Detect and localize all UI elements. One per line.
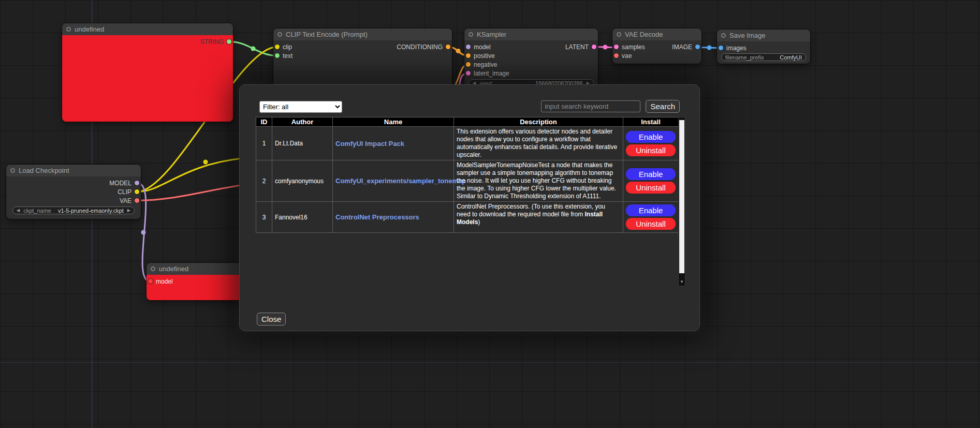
- extension-description: ModelSamplerTonemapNoiseTest a node that…: [454, 160, 623, 202]
- column-header-description: Description: [454, 117, 623, 127]
- input-label: images: [726, 45, 747, 52]
- model-output-slot[interactable]: [135, 181, 139, 185]
- output-label: LATENT: [565, 43, 589, 51]
- images-input-slot[interactable]: [719, 46, 723, 50]
- scrollbar-thumb[interactable]: [679, 120, 684, 273]
- node-header[interactable]: Load Checkpoint: [6, 165, 141, 176]
- link-midpoint-dot: [141, 230, 146, 235]
- extension-link[interactable]: ControlNet Preprocessors: [335, 213, 419, 221]
- output-label: STRING: [200, 38, 224, 46]
- node-collapse-icon[interactable]: [151, 267, 155, 271]
- close-button[interactable]: Close: [257, 313, 286, 326]
- node-header[interactable]: KSampler: [464, 28, 598, 40]
- ckpt-next-icon[interactable]: ▶: [127, 209, 130, 213]
- latent-output-slot[interactable]: [592, 45, 596, 49]
- node-collapse-icon[interactable]: [469, 32, 473, 37]
- clip-input-slot[interactable]: [275, 45, 280, 49]
- vae-output-slot[interactable]: [135, 198, 139, 203]
- table-scrollbar[interactable]: ▼: [678, 117, 685, 286]
- extension-list-container: ID Author Name Description Install 1 Dr.…: [256, 117, 685, 286]
- input-label: latent_image: [474, 70, 509, 77]
- negative-input-slot[interactable]: [466, 62, 471, 67]
- node-title: CLIP Text Encode (Prompt): [286, 31, 368, 38]
- node-undefined-model[interactable]: undefined model: [147, 263, 250, 300]
- filename-prefix-widget[interactable]: filename_prefix ComfyUI: [721, 53, 806, 61]
- comfyui-canvas[interactable]: { "nodes": { "string_node": { "title": "…: [0, 0, 980, 428]
- vae-input-slot[interactable]: [614, 53, 619, 58]
- node-collapse-icon[interactable]: [10, 168, 15, 173]
- filter-select[interactable]: Filter: all: [259, 101, 342, 113]
- node-header[interactable]: VAE Decode: [612, 28, 701, 40]
- manager-dialog: Filter: all Search ID Author Name Descri…: [239, 84, 700, 331]
- node-header[interactable]: Save Image: [717, 29, 810, 41]
- link-midpoint-dot: [456, 49, 461, 53]
- node-body: STRING: [62, 35, 233, 122]
- uninstall-button[interactable]: Uninstall: [626, 182, 676, 194]
- conditioning-output-slot[interactable]: [446, 45, 450, 49]
- column-header-id: ID: [256, 117, 272, 127]
- positive-input-slot[interactable]: [466, 53, 471, 58]
- text-input-slot[interactable]: [275, 53, 280, 58]
- extension-id: 1: [256, 127, 272, 160]
- model-input-slot[interactable]: [466, 45, 471, 49]
- uninstall-button[interactable]: Uninstall: [626, 144, 676, 156]
- node-load-checkpoint[interactable]: Load Checkpoint MODEL CLIP VAE ◀ ckpt_na…: [6, 165, 141, 219]
- extension-row: 3 Fannovel16 ControlNet Preprocessors Co…: [256, 202, 679, 233]
- image-output-slot[interactable]: [695, 45, 700, 49]
- link-midpoint-dot: [203, 160, 208, 165]
- enable-button[interactable]: Enable: [626, 168, 676, 180]
- extension-link[interactable]: ComfyUI Impact Pack: [335, 140, 404, 147]
- extension-row: 1 Dr.Lt.Data ComfyUI Impact Pack This ex…: [256, 127, 679, 160]
- node-vae-decode[interactable]: VAE Decode samples IMAGE vae: [612, 28, 701, 64]
- ckpt-name-widget[interactable]: ◀ ckpt_name v1-5-pruned-emaonly.ckpt ▶: [12, 206, 135, 214]
- search-area: Search: [541, 100, 680, 113]
- input-label: text: [283, 52, 292, 60]
- samples-input-slot[interactable]: [614, 45, 619, 49]
- node-collapse-icon[interactable]: [721, 33, 726, 38]
- filename-prefix-value: ComfyUI: [780, 54, 802, 61]
- uninstall-button[interactable]: Uninstall: [626, 218, 676, 230]
- node-save-image[interactable]: Save Image images filename_prefix ComfyU…: [717, 29, 810, 64]
- node-title: Save Image: [729, 32, 765, 39]
- link-midpoint-dot: [251, 47, 256, 51]
- node-title: undefined: [75, 25, 104, 33]
- extension-link[interactable]: ComfyUI_experiments/sampler_tonemap: [335, 177, 466, 185]
- enable-button[interactable]: Enable: [626, 204, 676, 216]
- node-undefined-string[interactable]: undefined STRING: [62, 23, 233, 122]
- column-header-name: Name: [333, 117, 454, 127]
- output-label: CONDITIONING: [397, 43, 443, 51]
- search-button[interactable]: Search: [646, 100, 680, 113]
- model-input-slot[interactable]: [148, 279, 153, 284]
- node-title: Load Checkpoint: [19, 167, 69, 174]
- output-label: VAE: [120, 197, 131, 204]
- node-collapse-icon[interactable]: [277, 32, 282, 37]
- node-header[interactable]: CLIP Text Encode (Prompt): [273, 28, 452, 40]
- extension-description: ControlNet Preprocessors. (To use this e…: [454, 202, 623, 233]
- link-midpoint-dot: [707, 46, 712, 50]
- input-label: negative: [474, 61, 497, 68]
- search-input[interactable]: [541, 100, 640, 112]
- extension-row: 2 comfyanonymous ComfyUI_experiments/sam…: [256, 160, 679, 202]
- latent-image-input-slot[interactable]: [466, 71, 471, 76]
- extension-author: Fannovel16: [272, 202, 333, 233]
- filename-prefix-label: filename_prefix: [725, 54, 764, 61]
- string-output-slot[interactable]: [227, 39, 231, 44]
- enable-button[interactable]: Enable: [626, 131, 676, 143]
- node-collapse-icon[interactable]: [617, 32, 621, 37]
- scrollbar-down-icon[interactable]: ▼: [679, 278, 685, 285]
- canvas-axis-horizontal: [0, 362, 980, 363]
- clip-output-slot[interactable]: [135, 189, 139, 194]
- link-midpoint-dot: [603, 45, 608, 50]
- node-collapse-icon[interactable]: [66, 27, 71, 32]
- input-label: samples: [622, 43, 645, 51]
- node-clip-text-encode[interactable]: CLIP Text Encode (Prompt) clip CONDITION…: [273, 28, 452, 91]
- node-header[interactable]: undefined: [62, 23, 233, 35]
- extension-author: Dr.Lt.Data: [272, 127, 333, 160]
- node-header[interactable]: undefined: [147, 263, 250, 275]
- node-ksampler[interactable]: KSampler model LATENT positive negative: [464, 28, 598, 91]
- input-label: clip: [283, 43, 292, 51]
- node-title: VAE Decode: [625, 31, 663, 38]
- output-label: IMAGE: [672, 43, 692, 51]
- ckpt-prev-icon[interactable]: ◀: [17, 209, 20, 213]
- wire-clip-to-hidden-encode: [137, 158, 242, 192]
